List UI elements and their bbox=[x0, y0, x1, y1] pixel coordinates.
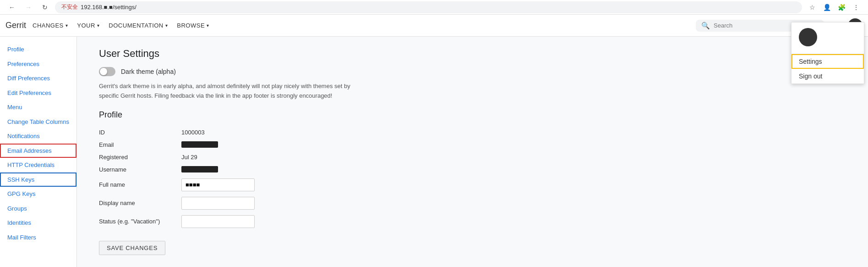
reload-button[interactable]: ↻ bbox=[38, 1, 51, 14]
value-username-redacted bbox=[181, 166, 218, 172]
label-status: Status (e.g. "Vacation") bbox=[99, 218, 181, 225]
sidebar: Profile Preferences Diff Preferences Edi… bbox=[0, 37, 77, 267]
sidebar-item-ssh-keys[interactable]: SSH Keys bbox=[0, 172, 76, 187]
sidebar-item-edit-preferences[interactable]: Edit Preferences bbox=[0, 86, 76, 100]
sidebar-item-menu[interactable]: Menu bbox=[0, 100, 76, 115]
sidebar-item-groups[interactable]: Groups bbox=[0, 201, 76, 216]
topbar-nav: CHANGES ▾ YOUR ▾ DOCUMENTATION ▾ BROWSE … bbox=[28, 15, 214, 37]
toggle-thumb bbox=[100, 68, 107, 75]
chevron-down-icon: ▾ bbox=[165, 23, 168, 28]
extension-button[interactable]: 🧩 bbox=[835, 1, 848, 14]
nav-item-your[interactable]: YOUR ▾ bbox=[72, 15, 104, 37]
security-warning: 不安全 bbox=[61, 3, 78, 11]
label-registered: Registered bbox=[99, 154, 181, 161]
dropdown-avatar-area bbox=[792, 22, 864, 54]
value-email-redacted bbox=[181, 141, 218, 148]
sidebar-item-notifications[interactable]: Notifications bbox=[0, 129, 76, 144]
label-fullname: Full name bbox=[99, 181, 181, 188]
dark-theme-toggle[interactable] bbox=[99, 67, 115, 76]
profile-section: ID 1000003 Email Registered Jul 29 Usern… bbox=[99, 129, 846, 228]
section-profile-title: Profile bbox=[99, 110, 846, 120]
nav-item-browse[interactable]: BROWSE ▾ bbox=[172, 15, 213, 37]
dark-theme-row: Dark theme (alpha) bbox=[99, 67, 846, 76]
dark-theme-label: Dark theme (alpha) bbox=[121, 68, 176, 75]
dropdown-avatar bbox=[799, 28, 817, 46]
profile-row-fullname: Full name bbox=[99, 178, 846, 191]
chevron-down-icon: ▾ bbox=[66, 23, 68, 28]
sidebar-item-preferences[interactable]: Preferences bbox=[0, 57, 76, 72]
bookmark-button[interactable]: ☆ bbox=[806, 1, 819, 14]
sidebar-item-email-addresses[interactable]: Email Addresses bbox=[0, 144, 76, 158]
layout: Profile Preferences Diff Preferences Edi… bbox=[0, 37, 868, 267]
profile-row-email: Email bbox=[99, 141, 846, 148]
profile-row-username: Username bbox=[99, 166, 846, 173]
browser-actions: ☆ 👤 🧩 ⋮ bbox=[806, 1, 863, 14]
sidebar-item-http-credentials[interactable]: HTTP Credentials bbox=[0, 158, 76, 172]
profile-row-displayname: Display name bbox=[99, 197, 846, 210]
dropdown-signout[interactable]: Sign out bbox=[792, 69, 864, 83]
sidebar-item-diff-preferences[interactable]: Diff Preferences bbox=[0, 71, 76, 86]
profile-row-registered: Registered Jul 29 bbox=[99, 154, 846, 161]
profile-icon-button[interactable]: 👤 bbox=[820, 1, 833, 14]
input-fullname[interactable] bbox=[181, 178, 255, 191]
back-button[interactable]: ← bbox=[5, 1, 18, 14]
app-logo: Gerrit bbox=[5, 21, 26, 30]
chevron-down-icon: ▾ bbox=[207, 23, 209, 28]
sidebar-item-gpg-keys[interactable]: GPG Keys bbox=[0, 187, 76, 201]
label-username: Username bbox=[99, 166, 181, 173]
main-content: User Settings Dark theme (alpha) Gerrit'… bbox=[77, 37, 868, 267]
profile-row-status: Status (e.g. "Vacation") bbox=[99, 215, 846, 228]
nav-item-documentation[interactable]: DOCUMENTATION ▾ bbox=[104, 15, 172, 37]
value-id: 1000003 bbox=[181, 129, 205, 136]
value-registered: Jul 29 bbox=[181, 154, 197, 161]
label-email: Email bbox=[99, 141, 181, 148]
sidebar-item-mail-filters[interactable]: Mail Filters bbox=[0, 230, 76, 245]
sidebar-item-identities[interactable]: Identities bbox=[0, 216, 76, 230]
chevron-down-icon: ▾ bbox=[97, 23, 100, 28]
save-changes-button[interactable]: SAVE CHANGES bbox=[99, 241, 165, 255]
dropdown-menu: Settings Sign out bbox=[791, 22, 864, 84]
url-bar-input[interactable]: 不安全 192.168.■.■/settings/ bbox=[55, 1, 802, 13]
menu-button[interactable]: ⋮ bbox=[850, 1, 863, 14]
label-id: ID bbox=[99, 129, 181, 136]
label-displayname: Display name bbox=[99, 200, 181, 206]
forward-button[interactable]: → bbox=[22, 1, 35, 14]
sidebar-item-profile[interactable]: Profile bbox=[0, 42, 76, 57]
input-status[interactable] bbox=[181, 215, 255, 228]
url-bar: ← → ↻ 不安全 192.168.■.■/settings/ ☆ 👤 🧩 ⋮ bbox=[0, 0, 868, 15]
page-title: User Settings bbox=[99, 48, 846, 60]
nav-item-changes[interactable]: CHANGES ▾ bbox=[28, 15, 72, 37]
topbar: Gerrit CHANGES ▾ YOUR ▾ DOCUMENTATION ▾ … bbox=[0, 15, 868, 37]
dropdown-settings[interactable]: Settings bbox=[792, 54, 864, 69]
profile-row-id: ID 1000003 bbox=[99, 129, 846, 136]
dark-theme-note: Gerrit's dark theme is in early alpha, a… bbox=[99, 82, 365, 101]
url-text: 192.168.■.■/settings/ bbox=[81, 4, 136, 11]
search-icon: 🔍 bbox=[701, 22, 710, 30]
input-displayname[interactable] bbox=[181, 197, 255, 210]
sidebar-item-change-table-columns[interactable]: Change Table Columns bbox=[0, 115, 76, 129]
